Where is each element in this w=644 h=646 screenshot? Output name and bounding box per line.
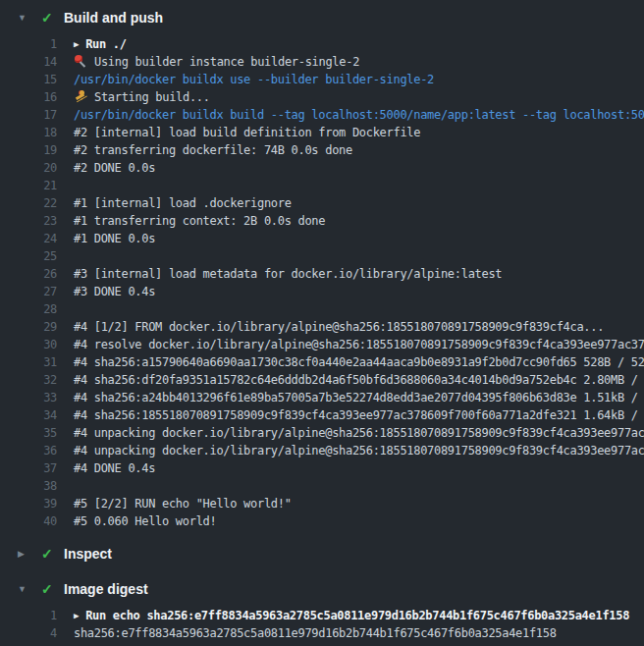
section-header[interactable]: ▶ ✓ Inspect (0, 542, 644, 565)
line-text: #4 unpacking docker.io/library/alpine@sh… (74, 424, 644, 442)
log-line-19: 19 #2 transferring dockerfile: 74B 0.0s … (0, 141, 644, 159)
line-number[interactable]: 27 (0, 283, 57, 300)
log-line-1: 1 ▶Run echo sha256:e7ff8834a5963a2785c5a… (0, 607, 644, 624)
log-line-1: 1 ▶Run ./ (0, 35, 644, 53)
line-text: #4 sha256:185518070891758909c9f839cf4ca3… (74, 406, 644, 424)
log-line-23: 23 #1 transferring context: 2B 0.0s done (0, 212, 644, 230)
line-text: #4 sha256:a24bb4013296f61e89ba57005a7b3e… (74, 389, 644, 406)
line-number[interactable]: 25 (0, 247, 57, 265)
line-number[interactable]: 21 (0, 177, 57, 194)
run-group-caret-icon[interactable]: ▶ (74, 35, 79, 53)
log-line-4: 4 sha256:e7ff8834a5963a2785c5a0811e979d1… (0, 624, 644, 642)
line-text: /usr/bin/docker buildx use --builder bui… (74, 71, 434, 88)
line-text: sha256:e7ff8834a5963a2785c5a0811e979d16b… (74, 624, 557, 642)
line-number[interactable]: 26 (0, 265, 57, 283)
line-number[interactable]: 1 (0, 35, 57, 53)
line-text: #1 DONE 0.0s (74, 230, 155, 247)
line-text: #4 sha256:df20fa9351a15782c64e6dddb2d4a6… (74, 371, 644, 389)
log-line-30: 30 #4 resolve docker.io/library/alpine@s… (0, 336, 644, 353)
line-text: Using builder instance builder-single-2 (74, 53, 359, 71)
line-text: #4 [1/2] FROM docker.io/library/alpine@s… (74, 318, 604, 336)
actions-log-page: { "colors": { "background": "#24292f", "… (0, 0, 644, 646)
log-line-22: 22 #1 [internal] load .dockerignore (0, 194, 644, 212)
log-line-18: 18 #2 [internal] load build definition f… (0, 124, 644, 141)
success-check-icon: ✓ (41, 542, 64, 565)
line-number[interactable]: 31 (0, 353, 57, 371)
log-line-29: 29 #4 [1/2] FROM docker.io/library/alpin… (0, 318, 644, 336)
line-text: /usr/bin/docker buildx build --tag local… (74, 106, 644, 124)
line-number[interactable]: 1 (0, 607, 57, 624)
log-line-25: 25 (0, 247, 644, 265)
line-text: #4 sha256:a15790640a6690aa1730c38cf0a440… (74, 353, 644, 371)
line-number[interactable]: 22 (0, 194, 57, 212)
section-header[interactable]: ▼ ✓ Build and push (0, 6, 644, 29)
line-text: #2 DONE 0.0s (74, 159, 155, 177)
log-line-21: 21 (0, 177, 644, 194)
log-line-17: 17 /usr/bin/docker buildx build --tag lo… (0, 106, 644, 124)
log-line-16: 16 Starting build... (0, 88, 644, 106)
line-number[interactable]: 18 (0, 124, 57, 141)
line-number[interactable]: 17 (0, 106, 57, 124)
line-number[interactable]: 36 (0, 442, 57, 459)
line-number[interactable]: 14 (0, 53, 57, 71)
log-line-14: 14 Using builder instance builder-single… (0, 53, 644, 71)
line-text: #2 [internal] load build definition from… (74, 124, 420, 141)
log-section-build-and-push: ▼ ✓ Build and push 1 ▶Run ./ 14 Using bu… (0, 6, 644, 530)
line-text: #3 DONE 0.4s (74, 283, 155, 300)
line-number[interactable]: 32 (0, 371, 57, 389)
line-number[interactable]: 19 (0, 141, 57, 159)
line-number[interactable]: 34 (0, 406, 57, 424)
line-number[interactable]: 30 (0, 336, 57, 353)
line-number[interactable]: 39 (0, 495, 57, 512)
log-lines: 1 ▶Run echo sha256:e7ff8834a5963a2785c5a… (0, 607, 644, 642)
section-header[interactable]: ▼ ✓ Image digest (0, 577, 644, 601)
line-number[interactable]: 4 (0, 624, 57, 642)
line-number[interactable]: 16 (0, 88, 57, 106)
line-number[interactable]: 15 (0, 71, 57, 88)
log-line-32: 32 #4 sha256:df20fa9351a15782c64e6dddb2d… (0, 371, 644, 389)
log-line-37: 37 #4 DONE 0.4s (0, 459, 644, 477)
line-text: #5 [2/2] RUN echo "Hello world!" (74, 495, 292, 512)
log-line-40: 40 #5 0.060 Hello world! (0, 512, 644, 530)
line-text[interactable]: ▶Run echo sha256:e7ff8834a5963a2785c5a08… (74, 607, 629, 624)
log-line-15: 15 /usr/bin/docker buildx use --builder … (0, 71, 644, 88)
section-caret-icon[interactable]: ▶ (18, 542, 41, 565)
success-check-icon: ✓ (41, 6, 64, 29)
line-text: Starting build... (74, 88, 210, 106)
section-title: Image digest (64, 581, 148, 597)
runner-icon (74, 90, 87, 103)
section-title: Inspect (64, 546, 112, 562)
log-line-36: 36 #4 unpacking docker.io/library/alpine… (0, 442, 644, 459)
log-section-image-digest: ▼ ✓ Image digest 1 ▶Run echo sha256:e7ff… (0, 577, 644, 642)
line-number[interactable]: 37 (0, 459, 57, 477)
log-line-28: 28 (0, 300, 644, 318)
line-text: #4 unpacking docker.io/library/alpine@sh… (74, 442, 644, 459)
section-title: Build and push (64, 10, 163, 26)
section-caret-icon[interactable]: ▼ (18, 6, 41, 29)
log-line-26: 26 #3 [internal] load metadata for docke… (0, 265, 644, 283)
line-text: #1 transferring context: 2B 0.0s done (74, 212, 325, 230)
log-line-34: 34 #4 sha256:185518070891758909c9f839cf4… (0, 406, 644, 424)
log-line-38: 38 (0, 477, 644, 495)
line-text: #5 0.060 Hello world! (74, 512, 216, 530)
line-number[interactable]: 33 (0, 389, 57, 406)
log-line-33: 33 #4 sha256:a24bb4013296f61e89ba57005a7… (0, 389, 644, 406)
log-line-31: 31 #4 sha256:a15790640a6690aa1730c38cf0a… (0, 353, 644, 371)
run-group-caret-icon[interactable]: ▶ (74, 607, 79, 624)
line-text: #3 [internal] load metadata for docker.i… (74, 265, 502, 283)
line-number[interactable]: 40 (0, 512, 57, 530)
log-line-35: 35 #4 unpacking docker.io/library/alpine… (0, 424, 644, 442)
pushpin-icon (74, 55, 87, 68)
line-number[interactable]: 35 (0, 424, 57, 442)
log-line-39: 39 #5 [2/2] RUN echo "Hello world!" (0, 495, 644, 512)
line-number[interactable]: 23 (0, 212, 57, 230)
line-text[interactable]: ▶Run ./ (74, 35, 127, 53)
line-number[interactable]: 38 (0, 477, 57, 495)
line-number[interactable]: 20 (0, 159, 57, 177)
line-number[interactable]: 28 (0, 300, 57, 318)
log-section-inspect: ▶ ✓ Inspect (0, 542, 644, 565)
section-caret-icon[interactable]: ▼ (18, 577, 41, 601)
log-lines: 1 ▶Run ./ 14 Using builder instance buil… (0, 35, 644, 530)
line-number[interactable]: 29 (0, 318, 57, 336)
line-number[interactable]: 24 (0, 230, 57, 247)
